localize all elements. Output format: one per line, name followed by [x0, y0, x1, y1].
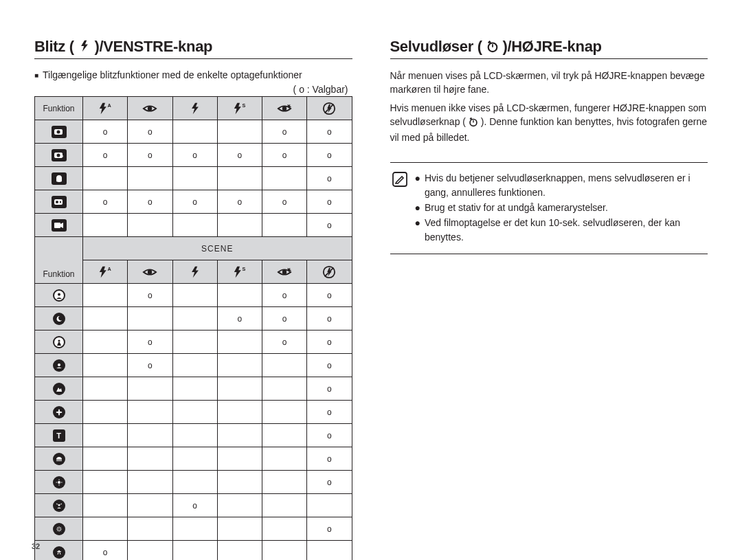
table-row: ooo	[35, 331, 352, 354]
left-intro: ■ Tilgængelige blitzfunktioner med de en…	[34, 69, 352, 82]
scene-header-row: Funktion SCENE	[35, 237, 352, 260]
svg-point-3	[282, 106, 286, 110]
right-para-1: Når menuen vises på LCD-skærmen, vil try…	[390, 69, 708, 97]
cell	[262, 401, 307, 424]
table2-header-label: Funktion	[35, 237, 83, 284]
title-rule	[34, 58, 352, 59]
table-row: ooo	[35, 307, 352, 331]
table-legend: ( o : Valgbar)	[34, 84, 352, 95]
cell	[128, 517, 172, 541]
table-row: o	[35, 517, 352, 541]
cell	[128, 377, 172, 401]
svg-point-35	[58, 504, 60, 506]
cell	[262, 494, 307, 517]
cell	[128, 541, 172, 561]
left-title-prefix: Blitz (	[34, 38, 74, 55]
svg-line-37	[60, 504, 62, 504]
scene-dawn-icon	[53, 476, 65, 489]
scene-children-icon	[53, 336, 65, 348]
note-list: ●Hvis du betjener selvudløserknappen, me…	[415, 171, 704, 245]
cell: o	[262, 307, 307, 331]
svg-point-1	[148, 106, 152, 110]
scene-closeup-icon	[53, 406, 65, 418]
note-pencil-icon	[392, 171, 408, 245]
table-row: o	[35, 541, 352, 561]
right-title-prefix: Selvudløser (	[390, 38, 482, 55]
svg-point-18	[282, 269, 286, 273]
scene-text-icon: T	[53, 429, 65, 442]
right-column: Selvudløser ( )/HØJRE-knap Når menuen vi…	[390, 38, 708, 560]
cell	[172, 424, 217, 447]
cell	[262, 214, 307, 237]
bullet-icon: ●	[415, 216, 420, 244]
mode-auto-icon	[52, 126, 67, 138]
page-number: 32	[32, 542, 40, 550]
cell	[172, 307, 217, 331]
svg-line-44	[60, 527, 61, 528]
row-mode-dis	[35, 167, 83, 190]
cell: o	[307, 284, 352, 307]
cell	[83, 284, 128, 307]
col-flash-off	[307, 97, 352, 120]
cell	[217, 354, 262, 377]
cell	[262, 447, 307, 471]
table-row: o	[35, 471, 352, 494]
table-row: o o o o	[35, 120, 352, 144]
flash-slow-icon: S	[232, 265, 248, 279]
cell	[172, 284, 217, 307]
cell: o	[217, 307, 262, 331]
table-row: ooo	[35, 284, 352, 307]
svg-point-23	[58, 363, 60, 366]
cell: o	[83, 541, 128, 561]
cell: o	[128, 144, 172, 167]
table-row: o	[35, 401, 352, 424]
cell: o	[262, 331, 307, 354]
svg-line-42	[57, 527, 58, 528]
flash-off-icon	[321, 102, 337, 115]
table-row: P o o o o o o	[35, 144, 352, 167]
cell	[262, 517, 307, 541]
flash-fill-icon	[187, 102, 203, 115]
cell	[307, 541, 352, 561]
right-title-suffix: )/HØJRE-knap	[502, 38, 601, 55]
flash-slow-icon: S	[232, 102, 248, 115]
col-flash-fill-2	[172, 260, 217, 284]
note-text: Hvis du betjener selvudløserknappen, men…	[425, 171, 704, 199]
svg-point-7	[56, 130, 60, 133]
cell	[128, 214, 172, 237]
cell	[217, 120, 262, 144]
cell: o	[217, 144, 262, 167]
cell: o	[172, 144, 217, 167]
cell	[262, 377, 307, 401]
cell	[83, 354, 128, 377]
table-row: oo	[35, 354, 352, 377]
cell	[307, 494, 352, 517]
cell: o	[307, 424, 352, 447]
col-flash-off-2	[307, 260, 352, 284]
mode-program-icon: P	[52, 149, 67, 161]
cell	[128, 471, 172, 494]
svg-point-21	[58, 293, 60, 295]
cell	[262, 471, 307, 494]
title-rule	[390, 58, 708, 59]
scene-label: SCENE	[83, 237, 352, 260]
svg-line-43	[60, 530, 61, 531]
left-column: Blitz ( )/VENSTRE-knap ■ Tilgængelige bl…	[34, 38, 352, 560]
cell: o	[307, 120, 352, 144]
cell	[83, 401, 128, 424]
col-redeye-2	[128, 260, 172, 284]
svg-text:P: P	[61, 155, 64, 159]
flash-fill-icon	[187, 265, 203, 279]
cell	[172, 214, 217, 237]
note-text: Ved filmoptagelse er det kun 10-sek. sel…	[425, 216, 704, 244]
cell	[83, 377, 128, 401]
row-mode-movie	[35, 214, 83, 237]
cell	[217, 541, 262, 561]
cell: o	[217, 190, 262, 214]
note-item: ●Hvis du betjener selvudløserknappen, me…	[415, 171, 704, 199]
scene-night-icon	[53, 313, 65, 325]
cell: o	[128, 120, 172, 144]
cell: o	[307, 167, 352, 190]
cell	[217, 517, 262, 541]
svg-point-22	[58, 339, 60, 341]
